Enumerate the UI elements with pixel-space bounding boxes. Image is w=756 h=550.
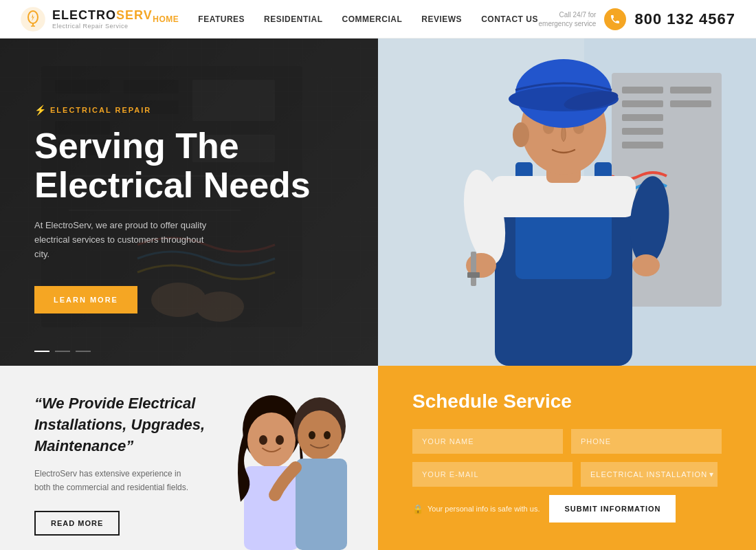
call-label: Call 24/7 foremergency service [539, 10, 597, 28]
header: ELECTROSERV Electrical Repair Service HO… [0, 0, 756, 38]
hero-carousel-dots [34, 351, 91, 352]
svg-rect-27 [670, 87, 711, 94]
svg-point-37 [632, 254, 660, 276]
phone-input[interactable] [571, 429, 722, 454]
svg-rect-28 [670, 100, 711, 107]
form-row-2: ELECTRICAL INSTALLATION ELECTRICAL REPAI… [412, 462, 722, 487]
lock-icon: 🔒 [412, 504, 423, 514]
nav-commercial[interactable]: COMMERCIAL [342, 14, 403, 24]
nav-features[interactable]: FEATURES [198, 14, 245, 24]
electrician-photo [378, 38, 756, 366]
svg-point-52 [276, 435, 284, 445]
svg-rect-55 [296, 459, 347, 550]
nav-residential[interactable]: RESIDENTIAL [264, 14, 323, 24]
service-select[interactable]: ELECTRICAL INSTALLATION ELECTRICAL REPAI… [581, 462, 718, 487]
svg-rect-47 [467, 272, 480, 278]
service-select-wrapper: ELECTRICAL INSTALLATION ELECTRICAL REPAI… [581, 462, 722, 487]
form-bottom-row: 🔒 Your personal info is safe with us. SU… [412, 495, 722, 522]
hero-tag: ⚡ ELECTRICAL REPAIR [34, 104, 344, 116]
read-more-button[interactable]: READ MORE [34, 511, 120, 536]
phone-number[interactable]: 800 132 4567 [634, 10, 735, 28]
hero-tag-text: ELECTRICAL REPAIR [50, 106, 151, 114]
hero-right [378, 38, 756, 366]
carousel-dot-1[interactable] [34, 351, 49, 352]
svg-point-57 [324, 431, 331, 439]
email-input[interactable] [412, 462, 572, 487]
svg-rect-26 [622, 142, 663, 148]
logo[interactable]: ELECTROSERV Electrical Repair Service [21, 7, 153, 32]
hero-left: ⚡ ELECTRICAL REPAIR Serving The Electric… [0, 38, 378, 366]
logo-subtitle: Electrical Repair Service [52, 23, 153, 30]
main-nav: HOME FEATURES RESIDENTIAL COMMERCIAL REV… [153, 14, 538, 24]
svg-point-49 [247, 412, 296, 468]
header-right: Call 24/7 foremergency service 800 132 4… [539, 8, 736, 30]
phone-icon [604, 8, 626, 30]
secure-text: Your personal info is safe with us. [427, 505, 540, 513]
bottom-section: “We Provide Electrical Installations, Up… [0, 366, 756, 550]
svg-rect-23 [622, 100, 663, 107]
hero-content: ⚡ ELECTRICAL REPAIR Serving The Electric… [0, 38, 378, 366]
svg-point-45 [513, 122, 529, 147]
logo-icon [21, 7, 45, 32]
hero-section: ⚡ ELECTRICAL REPAIR Serving The Electric… [0, 38, 756, 366]
bolt-icon: ⚡ [34, 104, 46, 116]
logo-electro: ELECTRO [52, 8, 116, 22]
svg-rect-22 [622, 87, 663, 94]
quote-text: “We Provide Electrical Installations, Up… [34, 393, 254, 456]
nav-contact[interactable]: CONTACT US [481, 14, 538, 24]
carousel-dot-3[interactable] [76, 351, 91, 352]
carousel-dot-2[interactable] [55, 351, 70, 352]
hero-title: Serving The Electrical Needs [34, 126, 344, 205]
couple-photo [227, 392, 364, 550]
bottom-left: “We Provide Electrical Installations, Up… [0, 366, 378, 550]
bottom-right: Schedule Service ELECTRICAL INSTALLATION… [378, 366, 756, 550]
bottom-description: ElectroServ has extensive experience in … [34, 468, 199, 494]
svg-point-51 [259, 435, 267, 445]
nav-home[interactable]: HOME [153, 14, 179, 24]
logo-serv: SERV [116, 8, 153, 22]
hero-description: At ElectroServ, we are proud to offer qu… [34, 219, 213, 261]
svg-point-56 [309, 431, 315, 439]
svg-rect-24 [622, 114, 663, 121]
svg-rect-46 [471, 252, 476, 286]
name-input[interactable] [412, 429, 563, 454]
schedule-title: Schedule Service [412, 390, 722, 412]
form-row-1 [412, 429, 722, 454]
nav-reviews[interactable]: REVIEWS [421, 14, 462, 24]
svg-point-54 [298, 410, 342, 460]
learn-more-button[interactable]: LEARN MORE [34, 286, 137, 314]
secure-label: 🔒 Your personal info is safe with us. [412, 504, 540, 514]
svg-rect-25 [622, 128, 663, 135]
submit-button[interactable]: SUBMIT INFORMATION [549, 495, 676, 522]
